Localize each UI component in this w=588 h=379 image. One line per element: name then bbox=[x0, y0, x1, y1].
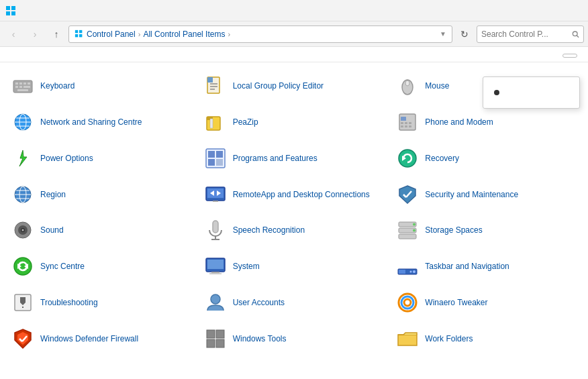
cp-item-windows-tools[interactable]: Windows Tools bbox=[198, 321, 391, 357]
recovery-label: Recovery bbox=[425, 154, 459, 163]
svg-rect-47 bbox=[216, 159, 223, 166]
phone-modem-label: Phone and Modem bbox=[425, 117, 493, 127]
svg-rect-36 bbox=[401, 117, 406, 121]
svg-rect-56 bbox=[207, 188, 224, 198]
path-dropdown-arrow[interactable]: ▼ bbox=[440, 30, 446, 38]
cp-item-taskbar-navigation[interactable]: Taskbar and Navigation bbox=[390, 248, 583, 284]
svg-point-66 bbox=[22, 229, 24, 231]
cp-item-speech-recognition[interactable]: Speech Recognition bbox=[198, 213, 391, 249]
cp-item-winaero-tweaker[interactable]: Winaero Tweaker bbox=[390, 284, 583, 321]
keyboard-label: Keyboard bbox=[40, 81, 75, 91]
peazip-icon bbox=[205, 111, 226, 133]
svg-rect-96 bbox=[207, 330, 215, 338]
user-accounts-label: User Accounts bbox=[233, 298, 285, 307]
dropdown-item-small[interactable] bbox=[483, 99, 579, 105]
address-path[interactable]: Control Panel › All Control Panel Items … bbox=[68, 25, 452, 43]
programs-features-icon bbox=[205, 148, 226, 169]
user-accounts-icon bbox=[205, 292, 226, 313]
cp-item-remoteapp[interactable]: RemoteApp and Desktop Connections bbox=[198, 176, 391, 213]
sync-centre-icon bbox=[12, 256, 34, 277]
svg-rect-45 bbox=[216, 151, 223, 158]
title-bar bbox=[0, 0, 588, 21]
svg-rect-12 bbox=[19, 83, 22, 85]
svg-point-8 bbox=[573, 31, 578, 36]
remoteapp-icon bbox=[205, 184, 226, 205]
svg-rect-13 bbox=[23, 83, 26, 85]
forward-button[interactable]: › bbox=[26, 25, 44, 44]
dropdown-item-large[interactable] bbox=[483, 87, 579, 99]
winaero-tweaker-icon bbox=[397, 292, 418, 313]
cp-item-phone-modem[interactable]: Phone and Modem bbox=[390, 104, 583, 140]
cp-item-power-options[interactable]: Power Options bbox=[5, 140, 198, 176]
svg-rect-1 bbox=[11, 6, 15, 10]
view-by-control bbox=[558, 54, 577, 58]
svg-rect-5 bbox=[79, 30, 82, 32]
search-input[interactable] bbox=[481, 30, 569, 39]
cp-item-storage-spaces[interactable]: Storage Spaces bbox=[390, 213, 583, 249]
svg-rect-41 bbox=[405, 125, 407, 127]
cp-item-security-maintenance[interactable]: Security and Maintenance bbox=[390, 176, 583, 213]
taskbar-navigation-icon bbox=[397, 256, 418, 277]
minimize-button[interactable] bbox=[487, 1, 518, 21]
svg-rect-97 bbox=[216, 330, 224, 338]
view-by-dropdown[interactable] bbox=[562, 54, 577, 58]
main-content: KeyboardLocal Group Policy EditorMouseNe… bbox=[0, 47, 588, 379]
svg-rect-3 bbox=[11, 11, 15, 15]
cp-item-system[interactable]: System bbox=[198, 248, 391, 284]
dropdown-item-category[interactable] bbox=[483, 80, 579, 87]
keyboard-icon bbox=[12, 75, 34, 97]
svg-rect-2 bbox=[6, 11, 10, 15]
windows-defender-label: Windows Defender Firewall bbox=[40, 334, 138, 343]
programs-features-label: Programs and Features bbox=[233, 154, 317, 163]
cp-item-windows-defender[interactable]: Windows Defender Firewall bbox=[5, 321, 198, 357]
maximize-button[interactable] bbox=[520, 1, 550, 21]
cp-item-work-folders[interactable]: Work Folders bbox=[390, 321, 583, 357]
close-button[interactable] bbox=[552, 1, 583, 21]
cp-item-troubleshooting[interactable]: Troubleshooting bbox=[5, 284, 198, 321]
svg-rect-46 bbox=[208, 159, 215, 166]
svg-rect-15 bbox=[15, 86, 18, 88]
search-box[interactable] bbox=[477, 25, 584, 43]
cp-item-programs-features[interactable]: Programs and Features bbox=[198, 140, 391, 176]
svg-line-9 bbox=[577, 36, 579, 38]
work-folders-label: Work Folders bbox=[425, 334, 473, 343]
svg-rect-99 bbox=[216, 339, 224, 347]
selected-indicator bbox=[494, 90, 499, 95]
svg-rect-72 bbox=[399, 234, 416, 239]
svg-rect-16 bbox=[19, 86, 22, 88]
svg-point-73 bbox=[413, 223, 415, 226]
path-icon bbox=[75, 30, 84, 39]
address-bar: ‹ › ↑ Control Panel › All Control Panel … bbox=[0, 21, 588, 47]
svg-point-74 bbox=[413, 229, 415, 232]
cp-item-recovery[interactable]: Recovery bbox=[390, 140, 583, 176]
sound-icon bbox=[12, 219, 34, 241]
cp-item-sound[interactable]: Sound bbox=[5, 213, 198, 249]
mouse-label: Mouse bbox=[425, 81, 449, 91]
cp-item-keyboard[interactable]: Keyboard bbox=[5, 68, 198, 104]
work-folders-icon bbox=[397, 328, 418, 349]
svg-rect-87 bbox=[22, 307, 23, 308]
svg-rect-79 bbox=[207, 260, 224, 269]
svg-point-48 bbox=[399, 150, 416, 167]
phone-modem-icon bbox=[397, 111, 418, 133]
sound-label: Sound bbox=[40, 225, 64, 235]
cp-item-local-group-policy[interactable]: Local Group Policy Editor bbox=[198, 68, 391, 104]
cp-item-sync-centre[interactable]: Sync Centre bbox=[5, 248, 198, 284]
cp-item-network-sharing[interactable]: Network and Sharing Centre bbox=[5, 104, 198, 140]
cp-item-user-accounts[interactable]: User Accounts bbox=[198, 284, 391, 321]
window-icon bbox=[5, 5, 16, 16]
up-button[interactable]: ↑ bbox=[47, 25, 66, 44]
svg-rect-11 bbox=[15, 83, 18, 85]
path-separator-2: › bbox=[228, 30, 230, 38]
svg-rect-4 bbox=[75, 30, 78, 32]
security-maintenance-icon bbox=[397, 184, 418, 205]
local-group-policy-label: Local Group Policy Editor bbox=[233, 81, 324, 91]
cp-item-region[interactable]: Region bbox=[5, 176, 198, 213]
refresh-button[interactable]: ↻ bbox=[455, 25, 474, 44]
window-controls bbox=[487, 1, 583, 21]
peazip-label: PeaZip bbox=[233, 117, 258, 127]
svg-point-84 bbox=[413, 270, 415, 273]
svg-point-85 bbox=[410, 271, 412, 273]
back-button[interactable]: ‹ bbox=[4, 25, 23, 44]
cp-item-peazip[interactable]: PeaZip bbox=[198, 104, 391, 140]
